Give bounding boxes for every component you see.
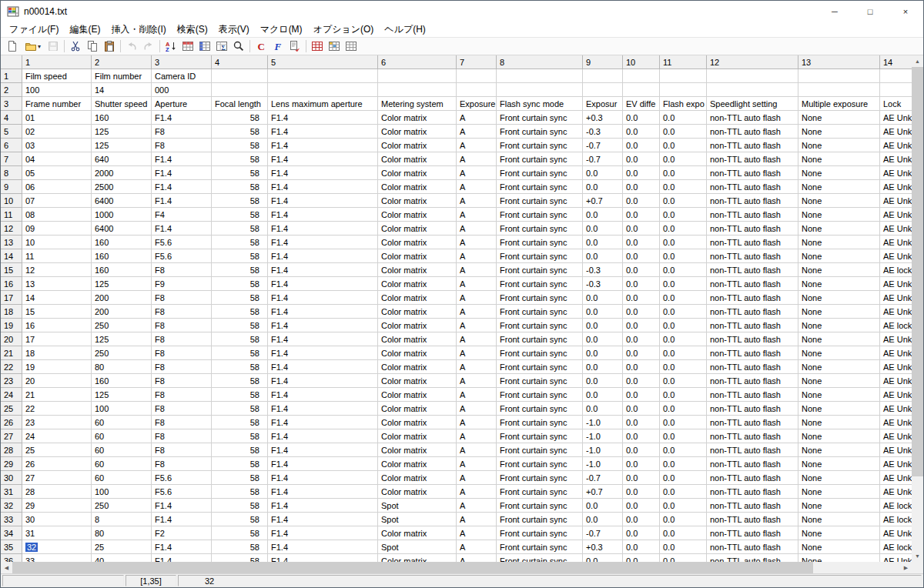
cell-r30-c1[interactable]: 27	[22, 471, 92, 485]
cell-r10-c9[interactable]: +0.7	[583, 194, 623, 208]
cell-r15-c4[interactable]: 58	[212, 263, 268, 277]
cell-r5-c7[interactable]: A	[457, 125, 497, 139]
cell-r12-c8[interactable]: Front curtain sync	[497, 222, 583, 236]
cell-r29-c2[interactable]: 60	[92, 457, 152, 471]
cell-r4-c10[interactable]: 0.0	[623, 111, 660, 125]
cell-r27-c10[interactable]: 0.0	[623, 429, 660, 443]
cell-r32-c7[interactable]: A	[457, 499, 497, 513]
cell-r19-c2[interactable]: 250	[92, 319, 152, 332]
cell-r24-c12[interactable]: non-TTL auto flash	[707, 388, 798, 402]
cell-r29-c4[interactable]: 58	[212, 457, 268, 471]
cell-r10-c8[interactable]: Front curtain sync	[497, 194, 583, 208]
cell-r1-c7[interactable]	[457, 69, 497, 83]
cell-r10-c10[interactable]: 0.0	[623, 194, 660, 208]
cell-r12-c6[interactable]: Color matrix	[378, 222, 457, 236]
cell-r27-c12[interactable]: non-TTL auto flash	[707, 429, 798, 443]
cell-r13-c14[interactable]: AE Unk	[880, 236, 912, 249]
cell-r4-c8[interactable]: Front curtain sync	[497, 111, 583, 125]
cell-r18-c6[interactable]: Color matrix	[378, 305, 457, 319]
cell-r11-c11[interactable]: 0.0	[660, 208, 707, 222]
cell-r27-c3[interactable]: F8	[152, 429, 212, 443]
sum-button[interactable]: Σ	[213, 38, 230, 55]
cell-r9-c11[interactable]: 0.0	[660, 180, 707, 194]
cell-r18-c13[interactable]: None	[798, 305, 880, 319]
cell-r26-c7[interactable]: A	[457, 416, 497, 429]
cell-r14-c3[interactable]: F5.6	[152, 249, 212, 263]
row-header-33[interactable]: 33	[1, 513, 22, 526]
row-header-22[interactable]: 22	[1, 360, 22, 374]
cell-r7-c1[interactable]: 04	[22, 152, 92, 166]
cell-r29-c7[interactable]: A	[457, 457, 497, 471]
cell-r2-c8[interactable]	[497, 83, 583, 97]
cell-r24-c5[interactable]: F1.4	[268, 388, 378, 402]
cell-r13-c2[interactable]: 160	[92, 236, 152, 249]
menu-options[interactable]: オプション(O)	[308, 22, 380, 38]
cell-r22-c2[interactable]: 80	[92, 360, 152, 374]
cell-r23-c13[interactable]: None	[798, 374, 880, 388]
cell-r20-c4[interactable]: 58	[212, 332, 268, 346]
cell-r7-c14[interactable]: AE Unk	[880, 152, 912, 166]
cell-r14-c13[interactable]: None	[798, 249, 880, 263]
cell-r33-c3[interactable]: F1.4	[152, 513, 212, 526]
cell-r11-c5[interactable]: F1.4	[268, 208, 378, 222]
cell-r9-c3[interactable]: F1.4	[152, 180, 212, 194]
cell-r25-c8[interactable]: Front curtain sync	[497, 402, 583, 416]
cell-r8-c7[interactable]: A	[457, 166, 497, 180]
cell-r21-c14[interactable]: AE Unk	[880, 346, 912, 360]
cell-r17-c2[interactable]: 200	[92, 291, 152, 305]
row-header-10[interactable]: 10	[1, 194, 22, 208]
column-header-9[interactable]: 9	[583, 55, 623, 69]
cell-r3-c12[interactable]: Speedlight setting	[707, 97, 798, 111]
cell-r15-c11[interactable]: 0.0	[660, 263, 707, 277]
cell-r13-c12[interactable]: non-TTL auto flash	[707, 236, 798, 249]
vertical-scroll-thumb[interactable]	[912, 67, 923, 476]
cell-r3-c9[interactable]: Exposur	[583, 97, 623, 111]
cell-r36-c13[interactable]: None	[798, 554, 880, 562]
scroll-left-arrow-icon[interactable]	[1, 562, 12, 573]
cut-button[interactable]	[67, 38, 84, 55]
cell-r4-c7[interactable]: A	[457, 111, 497, 125]
cell-r30-c13[interactable]: None	[798, 471, 880, 485]
cell-r29-c13[interactable]: None	[798, 457, 880, 471]
cell-r2-c3[interactable]: 000	[152, 83, 212, 97]
row-header-4[interactable]: 4	[1, 111, 22, 125]
row-header-32[interactable]: 32	[1, 499, 22, 513]
cell-r2-c9[interactable]	[583, 83, 623, 97]
cell-r31-c2[interactable]: 100	[92, 485, 152, 499]
cell-r36-c5[interactable]: F1.4	[268, 554, 378, 562]
cell-r21-c4[interactable]: 58	[212, 346, 268, 360]
cell-r6-c4[interactable]: 58	[212, 139, 268, 152]
cell-r35-c3[interactable]: F1.4	[152, 540, 212, 554]
cell-r5-c14[interactable]: AE Unk	[880, 125, 912, 139]
cell-r21-c3[interactable]: F8	[152, 346, 212, 360]
cell-r25-c4[interactable]: 58	[212, 402, 268, 416]
cell-r17-c8[interactable]: Front curtain sync	[497, 291, 583, 305]
cell-r36-c10[interactable]: 0.0	[623, 554, 660, 562]
cell-r10-c1[interactable]: 07	[22, 194, 92, 208]
cell-r10-c5[interactable]: F1.4	[268, 194, 378, 208]
cell-r8-c10[interactable]: 0.0	[623, 166, 660, 180]
cell-r23-c3[interactable]: F8	[152, 374, 212, 388]
cell-r2-c4[interactable]	[212, 83, 268, 97]
cell-r27-c13[interactable]: None	[798, 429, 880, 443]
row-header-1[interactable]: 1	[1, 69, 22, 83]
cell-r20-c8[interactable]: Front curtain sync	[497, 332, 583, 346]
cell-r34-c3[interactable]: F2	[152, 526, 212, 540]
cell-r8-c6[interactable]: Color matrix	[378, 166, 457, 180]
cell-r31-c8[interactable]: Front curtain sync	[497, 485, 583, 499]
cell-r15-c1[interactable]: 12	[22, 263, 92, 277]
menu-file[interactable]: ファイル(F)	[4, 22, 64, 38]
cell-r25-c2[interactable]: 100	[92, 402, 152, 416]
cell-r32-c8[interactable]: Front curtain sync	[497, 499, 583, 513]
cell-r33-c5[interactable]: F1.4	[268, 513, 378, 526]
formula-button[interactable]: F	[270, 38, 286, 55]
cell-r29-c9[interactable]: -1.0	[583, 457, 623, 471]
cell-r22-c10[interactable]: 0.0	[623, 360, 660, 374]
cell-r19-c10[interactable]: 0.0	[623, 319, 660, 332]
cell-r8-c4[interactable]: 58	[212, 166, 268, 180]
cell-r20-c14[interactable]: AE Unk	[880, 332, 912, 346]
cell-r10-c12[interactable]: non-TTL auto flash	[707, 194, 798, 208]
cell-r34-c14[interactable]: AE Unk	[880, 526, 912, 540]
cell-r14-c7[interactable]: A	[457, 249, 497, 263]
cell-r23-c7[interactable]: A	[457, 374, 497, 388]
